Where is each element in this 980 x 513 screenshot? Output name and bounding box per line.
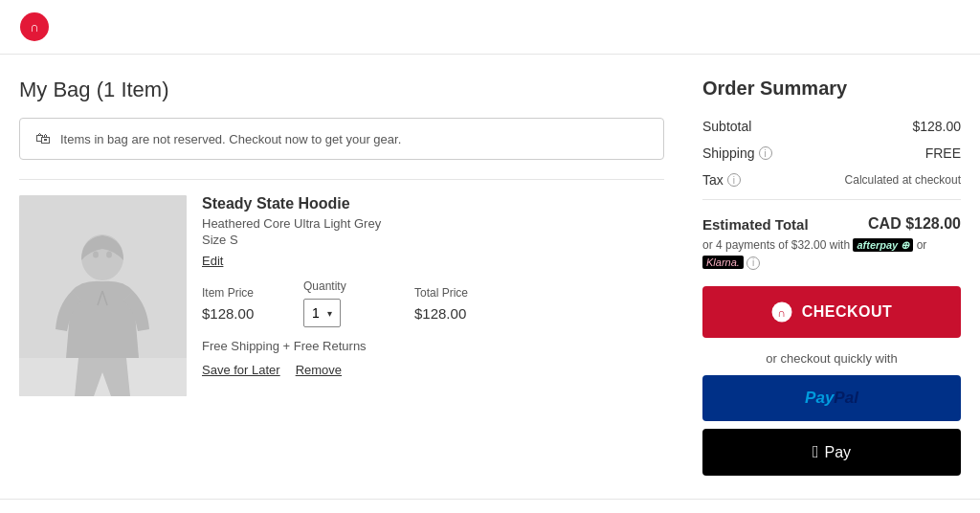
item-count: (1 Item) bbox=[97, 78, 169, 101]
apple-pay-button[interactable]:  Pay bbox=[702, 429, 961, 476]
page-title: My Bag (1 Item) bbox=[19, 78, 664, 102]
paypal-logo: PayPal bbox=[805, 389, 858, 408]
apple-icon:  bbox=[813, 442, 819, 462]
total-price-value: $128.00 bbox=[414, 305, 501, 322]
chevron-down-icon: ▾ bbox=[327, 308, 332, 319]
product-image bbox=[19, 195, 187, 396]
free-shipping-text: Free Shipping + Free Returns bbox=[202, 339, 664, 353]
item-price-col: Item Price $128.00 bbox=[202, 286, 288, 322]
total-price-label: Total Price bbox=[414, 286, 501, 300]
summary-divider bbox=[702, 199, 961, 200]
remove-button[interactable]: Remove bbox=[296, 363, 342, 377]
item-price-label: Item Price bbox=[202, 286, 288, 300]
total-row: Estimated Total CAD $128.00 bbox=[702, 215, 961, 233]
cart-section: My Bag (1 Item) 🛍 Items in bag are not r… bbox=[19, 78, 664, 476]
cart-item: Steady State Hoodie Heathered Core Ultra… bbox=[19, 179, 664, 412]
alert-banner: 🛍 Items in bag are not reserved. Checkou… bbox=[19, 118, 664, 160]
tax-label: Tax bbox=[702, 172, 724, 188]
svg-text:∩: ∩ bbox=[30, 20, 39, 34]
quantity-col: Quantity 1 2 3 4 5 ▾ bbox=[303, 279, 399, 327]
svg-point-8 bbox=[106, 252, 112, 258]
apple-pay-label: Pay bbox=[825, 444, 852, 461]
or-checkout-text: or checkout quickly with bbox=[702, 351, 961, 366]
bag-title: My Bag bbox=[19, 78, 91, 101]
saved-for-later-section: Saved for Later Sign in or create a memb… bbox=[0, 499, 980, 513]
pricing-row: Item Price $128.00 Quantity 1 2 3 4 5 bbox=[202, 279, 664, 327]
paypal-button[interactable]: PayPal bbox=[702, 375, 961, 421]
item-name: Steady State Hoodie bbox=[202, 195, 664, 212]
main-layout: My Bag (1 Item) 🛍 Items in bag are not r… bbox=[0, 55, 980, 499]
order-summary-title: Order Summary bbox=[702, 78, 961, 100]
tax-row: Tax i Calculated at checkout bbox=[702, 172, 961, 188]
item-details: Steady State Hoodie Heathered Core Ultra… bbox=[202, 195, 664, 396]
save-for-later-button[interactable]: Save for Later bbox=[202, 363, 280, 377]
subtotal-row: Subtotal $128.00 bbox=[702, 119, 961, 134]
item-actions: Save for Later Remove bbox=[202, 363, 664, 377]
klarna-text: Klarna. i bbox=[702, 256, 760, 269]
subtotal-label: Subtotal bbox=[702, 119, 751, 134]
tax-value: Calculated at checkout bbox=[845, 173, 961, 187]
total-price-col: Total Price $128.00 bbox=[414, 286, 501, 322]
quantity-label: Quantity bbox=[303, 279, 399, 293]
quantity-input[interactable]: 1 2 3 4 5 bbox=[312, 305, 322, 321]
afterpay-logo: afterpay ⊕ bbox=[853, 238, 913, 252]
quantity-selector[interactable]: 1 2 3 4 5 ▾ bbox=[303, 299, 341, 327]
lululemon-logo[interactable]: ∩ bbox=[19, 11, 50, 42]
checkout-label: CHECKOUT bbox=[802, 303, 893, 321]
item-variant: Heathered Core Ultra Light Grey bbox=[202, 216, 664, 231]
shipping-label: Shipping bbox=[702, 145, 755, 161]
checkout-button[interactable]: ∩ CHECKOUT bbox=[702, 286, 961, 338]
site-header: ∩ bbox=[0, 0, 980, 55]
item-price-value: $128.00 bbox=[202, 305, 288, 322]
afterpay-text: or 4 payments of $32.00 with bbox=[702, 238, 850, 252]
klarna-info-icon[interactable]: i bbox=[746, 256, 760, 270]
order-summary-section: Order Summary Subtotal $128.00 Shipping … bbox=[702, 78, 961, 476]
shipping-row: Shipping i FREE bbox=[702, 145, 961, 161]
svg-text:∩: ∩ bbox=[777, 306, 786, 320]
tax-label-group: Tax i bbox=[702, 172, 741, 188]
tax-info-icon[interactable]: i bbox=[727, 173, 741, 187]
item-size: Size S bbox=[202, 233, 664, 247]
shipping-value: FREE bbox=[925, 145, 961, 161]
svg-point-7 bbox=[93, 252, 99, 258]
bag-icon: 🛍 bbox=[35, 130, 51, 147]
estimated-total-value: CAD $128.00 bbox=[868, 215, 961, 233]
shipping-info-icon[interactable]: i bbox=[759, 146, 772, 160]
checkout-lululemon-icon: ∩ bbox=[771, 301, 792, 323]
alert-text: Items in bag are not reserved. Checkout … bbox=[60, 132, 401, 146]
shipping-label-group: Shipping i bbox=[702, 145, 772, 161]
edit-link[interactable]: Edit bbox=[202, 254, 223, 268]
afterpay-klarna-text: or 4 payments of $32.00 with afterpay ⊕ … bbox=[702, 236, 961, 271]
estimated-total-label: Estimated Total bbox=[702, 216, 809, 233]
afterpay-or: or bbox=[917, 238, 927, 252]
subtotal-value: $128.00 bbox=[912, 119, 961, 134]
klarna-logo: Klarna. bbox=[702, 256, 744, 269]
